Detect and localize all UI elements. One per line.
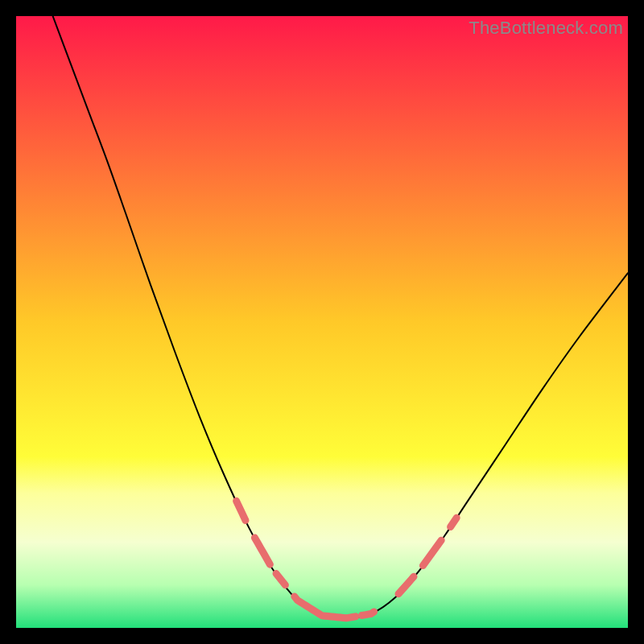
bottleneck-chart-canvas — [16, 16, 628, 628]
chart-frame: TheBottleneck.com — [16, 16, 628, 628]
watermark-label: TheBottleneck.com — [469, 18, 623, 39]
